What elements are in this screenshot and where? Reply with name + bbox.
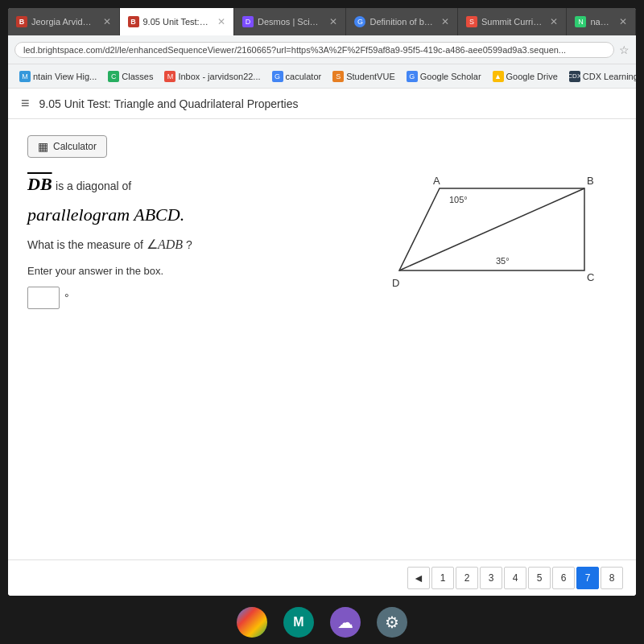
- question-area: ▦ Calculator DB is a diagonal of paralle…: [8, 119, 636, 559]
- angle-a-label: 105°: [449, 195, 468, 204]
- chrome-icon[interactable]: [237, 607, 267, 638]
- tab-summit[interactable]: S Summit Curricul ✕: [458, 8, 567, 35]
- page-button-8[interactable]: 8: [601, 567, 623, 589]
- page-button-3[interactable]: 3: [480, 567, 502, 589]
- bookmark-google-scholar[interactable]: G Google Scholar: [402, 69, 486, 84]
- bookmark-star-icon[interactable]: ☆: [619, 43, 630, 56]
- page-content: ≡ 9.05 Unit Test: Triangle and Quadrilat…: [8, 89, 636, 596]
- bookmark-label-6: Google Scholar: [420, 72, 481, 81]
- tab-label-2: 9.05 Unit Test: Tri: [143, 17, 211, 27]
- bookmark-label-5: StudentVUE: [346, 72, 395, 81]
- tab-favicon-4: G: [354, 16, 365, 27]
- diagram-area: A B C D 105° 35°: [391, 174, 617, 298]
- page-button-7[interactable]: 7: [576, 567, 599, 589]
- db-overline-text: DB: [27, 174, 52, 194]
- page-button-1[interactable]: 1: [431, 567, 454, 589]
- tab-favicon-5: S: [466, 16, 477, 27]
- tab-favicon-1: B: [16, 16, 27, 27]
- tab-name[interactable]: N name ✕: [567, 8, 636, 35]
- tab-bar: B Jeorgia Arvidson ✕ B 9.05 Unit Test: T…: [8, 8, 636, 35]
- tab-desmos[interactable]: D Desmos | Scienti ✕: [234, 8, 346, 35]
- bookmark-mountain-view[interactable]: M ntain View Hig...: [14, 69, 101, 84]
- tab-jeorgia[interactable]: B Jeorgia Arvidson ✕: [8, 8, 120, 35]
- tab-close-2[interactable]: ✕: [217, 16, 225, 27]
- page-button-6[interactable]: 6: [552, 567, 575, 589]
- address-bar-row: ☆: [8, 35, 636, 64]
- bookmark-label-8: CDX Learning Syst: [583, 72, 636, 81]
- tab-favicon-2: B: [128, 16, 139, 27]
- tab-label-4: Definition of bise: [369, 17, 434, 27]
- angle-adb-symbol: ∠ADB: [147, 237, 183, 252]
- bookmark-label-4: caculator: [286, 72, 322, 81]
- tab-label-6: name: [590, 17, 612, 27]
- browser-window: B Jeorgia Arvidson ✕ B 9.05 Unit Test: T…: [8, 8, 636, 596]
- bookmark-icon-1: M: [19, 71, 31, 82]
- pagination: ◄ 1 2 3 4 5 6 7 8: [8, 559, 636, 596]
- calculator-icon: ▦: [38, 140, 48, 153]
- tab-favicon-6: N: [575, 16, 586, 27]
- bookmark-google-drive[interactable]: ▲ Google Drive: [488, 69, 563, 84]
- tab-favicon-3: D: [242, 16, 254, 27]
- bookmark-label-3: Inbox - jarvidson22...: [178, 72, 260, 81]
- what-is-text: What is the measure of: [27, 238, 143, 251]
- bookmark-label-7: Google Drive: [506, 72, 558, 81]
- parallelogram-diagram: A B C D 105° 35°: [391, 174, 609, 295]
- bookmark-studentvue[interactable]: S StudentVUE: [328, 69, 400, 84]
- address-input[interactable]: [14, 42, 614, 58]
- degree-symbol: °: [64, 291, 69, 304]
- page-nav: ≡ 9.05 Unit Test: Triangle and Quadrilat…: [8, 89, 636, 119]
- answer-input[interactable]: [27, 287, 60, 309]
- tab-label-3: Desmos | Scienti: [258, 17, 322, 27]
- math-statement: DB is a diagonal of: [27, 174, 359, 195]
- page-button-4[interactable]: 4: [504, 567, 526, 589]
- bookmark-icon-6: G: [407, 71, 418, 82]
- parallelogram-line: parallelogram ABCD.: [27, 204, 359, 225]
- question-text-area: DB is a diagonal of parallelogram ABCD. …: [27, 174, 359, 325]
- bookmark-icon-8: CDX: [569, 71, 580, 82]
- bookmarks-bar: M ntain View Hig... C Classes M Inbox - …: [8, 64, 636, 89]
- answer-label: Enter your answer in the box.: [27, 265, 359, 277]
- page-button-2[interactable]: 2: [456, 567, 478, 589]
- settings-icon[interactable]: ⚙: [377, 607, 407, 638]
- tab-close-5[interactable]: ✕: [550, 16, 558, 27]
- calculator-button[interactable]: ▦ Calculator: [27, 135, 107, 158]
- prev-page-button[interactable]: ◄: [407, 567, 430, 589]
- question-line: What is the measure of ∠ADB ?: [27, 237, 359, 252]
- page-button-5[interactable]: 5: [528, 567, 551, 589]
- tab-close-1[interactable]: ✕: [103, 16, 111, 27]
- parallelogram-text: parallelogram ABCD.: [27, 204, 184, 225]
- tab-definition[interactable]: G Definition of bise ✕: [346, 8, 458, 35]
- page-title: 9.05 Unit Test: Triangle and Quadrilater…: [39, 97, 299, 110]
- question-mark: ?: [186, 238, 192, 251]
- vertex-c-label: C: [587, 271, 594, 283]
- tab-close-3[interactable]: ✕: [329, 16, 337, 27]
- tab-label-1: Jeorgia Arvidson: [31, 17, 96, 27]
- cloud-icon[interactable]: ☁: [330, 607, 361, 638]
- question-content: DB is a diagonal of parallelogram ABCD. …: [27, 174, 617, 325]
- tab-close-4[interactable]: ✕: [441, 16, 449, 27]
- answer-input-row: °: [27, 287, 359, 309]
- tab-close-6[interactable]: ✕: [619, 16, 627, 27]
- bookmark-inbox[interactable]: M Inbox - jarvidson22...: [159, 69, 265, 84]
- calculator-label: Calculator: [53, 141, 97, 152]
- tab-unit-test[interactable]: B 9.05 Unit Test: Tri ✕: [120, 8, 235, 35]
- bookmark-icon-2: C: [108, 71, 119, 82]
- bookmark-icon-7: ▲: [493, 71, 504, 82]
- bookmark-calculator[interactable]: G caculator: [267, 69, 327, 84]
- bookmark-classes[interactable]: C Classes: [103, 69, 158, 84]
- angle-d-label: 35°: [496, 256, 510, 266]
- vertex-b-label: B: [587, 175, 594, 187]
- bookmark-icon-4: G: [272, 71, 283, 82]
- vertex-a-label: A: [433, 175, 440, 187]
- bookmark-label-2: Classes: [122, 72, 153, 81]
- is-diagonal-text: is a diagonal of: [56, 180, 131, 192]
- hamburger-menu-icon[interactable]: ≡: [21, 95, 30, 112]
- bookmark-cdx[interactable]: CDX CDX Learning Syst: [564, 69, 636, 84]
- bookmark-icon-5: S: [332, 71, 344, 82]
- vertex-d-label: D: [392, 277, 399, 289]
- taskbar: M ☁ ⚙: [0, 600, 644, 644]
- bookmark-icon-3: M: [164, 71, 175, 82]
- diagonal-db: [399, 188, 584, 270]
- bookmark-label-1: ntain View Hig...: [33, 72, 97, 81]
- meet-icon[interactable]: M: [283, 607, 314, 638]
